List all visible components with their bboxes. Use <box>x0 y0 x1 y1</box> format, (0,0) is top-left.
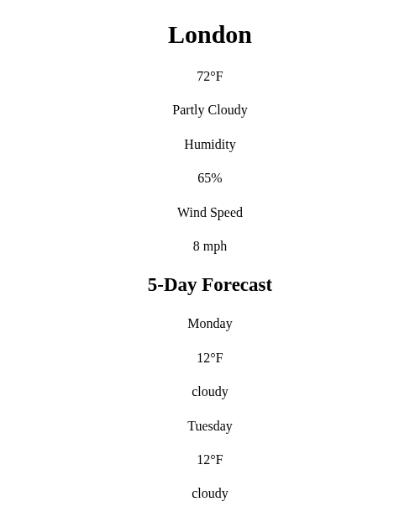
forecast-day: Monday <box>0 314 420 333</box>
humidity-value: 65% <box>0 169 420 187</box>
forecast-temp: 12°F <box>0 349 420 367</box>
wind-speed-label: Wind Speed <box>0 203 420 222</box>
forecast-temp: 12°F <box>0 451 420 469</box>
forecast-heading: 5-Day Forecast <box>0 274 420 296</box>
forecast-day: Tuesday <box>0 417 420 436</box>
forecast-condition: cloudy <box>0 484 420 503</box>
current-temperature: 72°F <box>0 67 420 86</box>
wind-speed-value: 8 mph <box>0 237 420 256</box>
current-condition: Partly Cloudy <box>0 101 420 119</box>
city-heading: London <box>0 20 420 49</box>
forecast-condition: cloudy <box>0 383 420 401</box>
humidity-label: Humidity <box>0 135 420 154</box>
